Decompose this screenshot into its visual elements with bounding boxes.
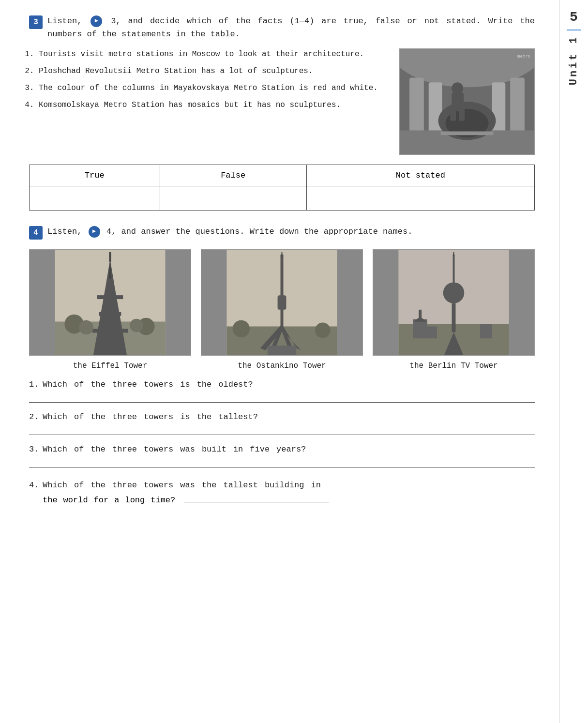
svg-rect-13: [441, 132, 494, 136]
audio-icon-3[interactable]: ▶: [90, 15, 102, 27]
main-content: 3 Listen, ▶ 3, and decide which of the f…: [0, 0, 559, 723]
tfs-table-body: [30, 186, 535, 211]
svg-rect-20: [97, 296, 123, 300]
q3-which: Which: [43, 445, 67, 454]
q1-towers: towers: [144, 380, 173, 389]
svg-rect-23: [109, 252, 111, 262]
sidebar-unit-line: [567, 30, 581, 30]
svg-point-38: [232, 320, 250, 338]
fact-3: The colour of the columns in Mayakovskay…: [39, 82, 390, 94]
fact-4: Komsomolskaya Metro Station has mosaics …: [39, 99, 390, 111]
q4-the2: the: [43, 496, 58, 505]
q2-the2: the: [197, 412, 212, 422]
svg-rect-9: [452, 92, 464, 112]
svg-rect-47: [453, 252, 454, 256]
q-words-2: Which of the three towers is the tallest…: [43, 412, 258, 422]
tower-label-berlin: the Berlin TV Tower: [409, 362, 498, 370]
question-row-1: 1. Which of the three towers is the olde…: [29, 380, 535, 389]
q-num-3: 3.: [29, 445, 43, 454]
question-item-2: 2. Which of the three towers is the tall…: [29, 412, 535, 435]
section-3-badge: 3: [29, 15, 43, 29]
svg-rect-21: [99, 312, 121, 316]
q4-of: of: [74, 477, 84, 494]
tfs-not-stated-cell[interactable]: [306, 186, 534, 211]
q-words-3: Which of the three towers was built in f…: [43, 445, 306, 454]
q2-three: three: [112, 412, 137, 422]
svg-rect-11: [450, 109, 456, 121]
sidebar-page-number: 5: [570, 10, 578, 25]
question-item-4: 4. Which of the three towers was the tal…: [29, 477, 535, 505]
tower-image-berlin: [373, 249, 535, 356]
q1-of: of: [74, 380, 84, 389]
q2-towers: towers: [144, 412, 173, 422]
tfs-true-cell[interactable]: [30, 186, 160, 211]
svg-rect-12: [459, 109, 465, 121]
metro-image: metro: [399, 48, 535, 155]
q3-towers: towers: [144, 445, 173, 454]
tower-item-berlin: the Berlin TV Tower: [373, 249, 535, 370]
q4-time: time?: [151, 496, 175, 505]
answer-line-2[interactable]: [29, 425, 535, 435]
q2-which: Which: [43, 412, 67, 422]
tfs-header-not-stated: Not stated: [306, 165, 534, 186]
q4-the: the: [202, 477, 217, 494]
question-item-1: 1. Which of the three towers is the olde…: [29, 380, 535, 403]
svg-point-10: [452, 83, 463, 94]
q1-which: Which: [43, 380, 67, 389]
question-row-4: 4. Which of the three towers was the tal…: [29, 477, 535, 494]
tower-item-ostankino: the Ostankino Tower: [201, 249, 363, 370]
tfs-false-cell[interactable]: [160, 186, 306, 211]
answer-line-4-inline[interactable]: [184, 502, 329, 502]
section-3: 3 Listen, ▶ 3, and decide which of the f…: [29, 15, 535, 211]
tower-label-ostankino: the Ostankino Tower: [238, 362, 326, 370]
q3-the: the: [90, 445, 106, 454]
q4-a: a: [114, 496, 119, 505]
q3-built: built: [202, 445, 226, 454]
q1-the: the: [90, 380, 106, 389]
svg-rect-33: [278, 296, 286, 310]
audio-icon-4[interactable]: ▶: [89, 226, 100, 238]
section-3-header: 3 Listen, ▶ 3, and decide which of the f…: [29, 15, 535, 41]
section-4: 4 Listen, ▶ 4, and answer the questions.…: [29, 225, 535, 505]
q4-was: was: [180, 477, 195, 494]
q3-five: five: [250, 445, 270, 454]
tfs-header-true: True: [30, 165, 160, 186]
metro-image-svg: metro: [400, 49, 534, 154]
sidebar-unit-text: Unit 1: [568, 35, 580, 85]
q3-years: years?: [276, 445, 306, 454]
tower-item-eiffel: the Eiffel Tower: [29, 249, 191, 370]
tfs-answer-row: [30, 186, 535, 211]
q1-three: three: [112, 380, 137, 389]
svg-point-26: [79, 320, 93, 335]
svg-rect-31: [281, 255, 284, 327]
q2-the: the: [90, 412, 106, 422]
tfs-table: True False Not stated: [29, 165, 535, 211]
tfs-header-row: True False Not stated: [30, 165, 535, 186]
page-wrapper: 3 Listen, ▶ 3, and decide which of the f…: [0, 0, 588, 723]
answer-line-1[interactable]: [29, 393, 535, 403]
q1-is: is: [180, 380, 190, 389]
section-3-instruction: Listen, ▶ 3, and decide which of the fac…: [47, 15, 535, 41]
svg-text:metro: metro: [517, 54, 530, 59]
q-words-4: Which of the three towers was the talles…: [43, 477, 321, 494]
q-words-1: Which of the three towers is the oldest?: [43, 380, 253, 389]
q4-building: building: [265, 477, 304, 494]
svg-rect-45: [452, 303, 456, 332]
answer-line-3[interactable]: [29, 458, 535, 467]
q4-for: for: [94, 496, 109, 505]
q-num-4: 4.: [29, 477, 43, 494]
q1-the2: the: [197, 380, 212, 389]
q1-oldest: oldest?: [218, 380, 253, 389]
q2-tallest: tallest?: [218, 412, 258, 422]
q4-tallest: tallest: [223, 477, 257, 494]
section-4-instruction: Listen, ▶ 4, and answer the questions. W…: [47, 225, 412, 238]
tfs-header-false: False: [160, 165, 306, 186]
question-item-3: 3. Which of the three towers was built i…: [29, 445, 535, 467]
q4-in: in: [311, 477, 321, 494]
q3-in: in: [233, 445, 243, 454]
q-num-1: 1.: [29, 380, 43, 389]
q3-was: was: [180, 445, 195, 454]
q2-is: is: [180, 412, 190, 422]
svg-point-44: [443, 283, 465, 304]
towers-row: the Eiffel Tower: [29, 249, 535, 370]
